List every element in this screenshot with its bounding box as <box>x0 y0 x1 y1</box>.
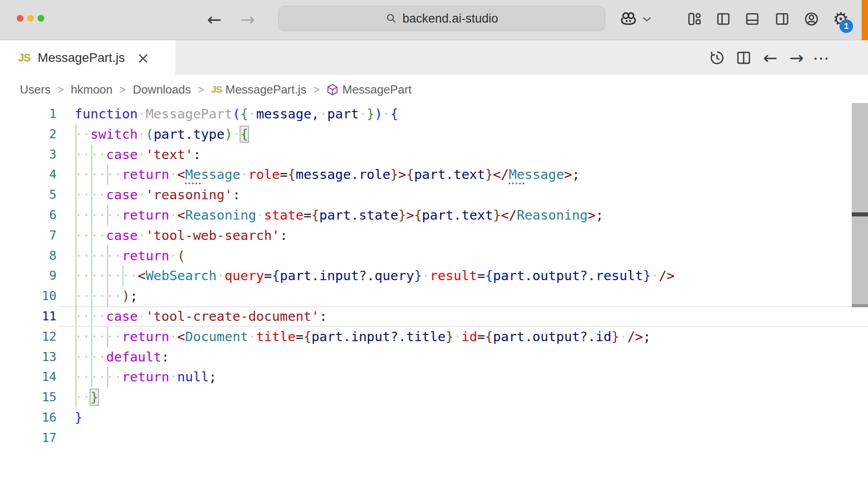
code-token: ; <box>643 329 651 344</box>
breadcrumb-item-messagepart-js[interactable]: JSMessagePart.js <box>211 83 307 97</box>
code-token: ; <box>572 167 580 182</box>
code-token: ; <box>130 288 137 304</box>
tab-messagepart-js[interactable]: JS MessagePart.js × <box>0 40 175 75</box>
line-number: 14 <box>0 367 57 387</box>
close-tab-icon[interactable]: × <box>137 50 150 66</box>
code-token: · <box>359 106 367 122</box>
indent-guide <box>75 367 76 387</box>
indent-guide <box>91 367 92 387</box>
toggle-secondary-sidebar-icon[interactable] <box>772 9 792 29</box>
code-line-content: ········<WebSearch·query={part.input?.qu… <box>75 266 675 286</box>
breadcrumb-item-users[interactable]: Users <box>20 83 51 97</box>
code-line-content: ····case·'tool-web-search': <box>75 225 288 246</box>
command-center-search-field[interactable]: backend.ai-studio <box>278 6 605 31</box>
code-token: ?. <box>580 268 596 283</box>
timeline-history-icon[interactable] <box>707 47 727 68</box>
code-token: · <box>241 167 248 182</box>
code-token: > <box>564 167 572 182</box>
code-editor[interactable]: 1function·MessagePart({·message,·part·})… <box>0 104 868 448</box>
code-token: ······ <box>75 167 122 182</box>
code-token: . <box>351 167 359 182</box>
breadcrumb-label: MessagePart.js <box>226 83 307 97</box>
code-token: part <box>493 268 525 283</box>
breadcrumb-item-hkmoon[interactable]: hkmoon <box>71 83 113 97</box>
code-token: · <box>256 207 264 223</box>
code-token: · <box>170 167 177 182</box>
code-line-7: 7····case·'tool-web-search': <box>0 225 868 246</box>
minimize-window-button[interactable] <box>27 15 34 22</box>
code-line-14: 14······return·null; <box>0 367 868 387</box>
code-line-9: 9········<WebSearch·query={part.input?.q… <box>0 266 868 286</box>
code-token: : <box>232 187 240 202</box>
code-token: · <box>170 207 177 223</box>
toggle-primary-sidebar-icon[interactable] <box>713 9 733 29</box>
indent-guide <box>75 327 76 347</box>
code-token: · <box>217 268 224 283</box>
code-token: /> <box>627 329 643 344</box>
code-token: result <box>430 268 477 283</box>
history-forward-button[interactable]: → <box>241 6 255 33</box>
toggle-panel-icon[interactable] <box>742 9 762 29</box>
more-actions-icon[interactable]: ⋯ <box>811 47 832 68</box>
copilot-icon[interactable] <box>618 9 638 29</box>
code-token: part <box>327 106 359 122</box>
zoom-window-button[interactable] <box>38 15 44 22</box>
indent-guide <box>75 185 76 205</box>
code-token: ······ <box>75 369 122 385</box>
go-forward-icon[interactable]: → <box>786 47 807 68</box>
code-token: part <box>319 207 351 223</box>
code-token: = <box>303 207 311 223</box>
code-token: { <box>303 329 311 344</box>
code-token: · <box>382 106 390 122</box>
code-token: . <box>453 207 461 223</box>
editor-scrollbar[interactable] <box>852 103 868 307</box>
split-editor-icon[interactable] <box>733 47 754 68</box>
code-token: } <box>75 410 82 425</box>
code-token: ssage <box>201 167 240 182</box>
indent-guide <box>75 306 76 327</box>
code-token: · <box>248 329 256 344</box>
close-window-button[interactable] <box>17 15 24 22</box>
code-token: ········ <box>75 268 138 283</box>
code-token: { <box>406 167 414 182</box>
breadcrumb-separator: > <box>119 83 127 96</box>
code-token: } <box>493 207 501 223</box>
code-token: output <box>533 268 580 283</box>
code-token: ) <box>375 106 382 122</box>
code-token: , <box>311 106 319 122</box>
code-token: { <box>272 268 280 283</box>
code-token: 'reasoning' <box>146 187 232 202</box>
code-line-11: 11····case·'tool-create-document': <box>0 306 868 327</box>
indent-guide <box>75 387 76 408</box>
code-token: </ <box>493 167 509 182</box>
code-token: ; <box>209 369 217 385</box>
go-back-icon[interactable]: ← <box>760 47 781 68</box>
editor-tab-bar: JS MessagePart.js × ← → ⋯ <box>0 40 868 75</box>
js-file-icon: JS <box>211 84 222 95</box>
code-token: { <box>241 127 248 142</box>
account-icon[interactable] <box>802 9 821 29</box>
settings-badge: 1 <box>840 19 853 33</box>
indent-guide <box>75 225 76 246</box>
code-token: result <box>596 268 643 283</box>
code-token: . <box>446 167 453 182</box>
code-token: message <box>256 106 311 122</box>
code-token: return <box>122 167 170 182</box>
breadcrumb: Users>hkmoon>Downloads>JSMessagePart.js>… <box>20 75 412 104</box>
customize-layout-icon[interactable] <box>684 9 704 29</box>
history-back-button[interactable]: ← <box>207 6 222 33</box>
code-line-6: 6······return·<Reasoning·state={part.sta… <box>0 205 868 225</box>
code-line-16: 16} <box>0 408 868 428</box>
indent-guide <box>107 327 108 347</box>
indent-guide <box>75 266 76 286</box>
code-token: id <box>596 329 612 344</box>
code-line-content: ····case·'reasoning': <box>75 185 241 205</box>
breadcrumb-item-downloads[interactable]: Downloads <box>133 83 191 97</box>
code-line-8: 8······return·( <box>0 246 868 266</box>
chevron-down-icon[interactable] <box>640 9 654 29</box>
code-token: part <box>422 207 453 223</box>
code-line-content: ····default: <box>75 347 170 367</box>
code-token: ; <box>596 207 604 223</box>
code-token: { <box>288 167 295 182</box>
breadcrumb-item-messagepart[interactable]: MessagePart <box>326 83 411 97</box>
